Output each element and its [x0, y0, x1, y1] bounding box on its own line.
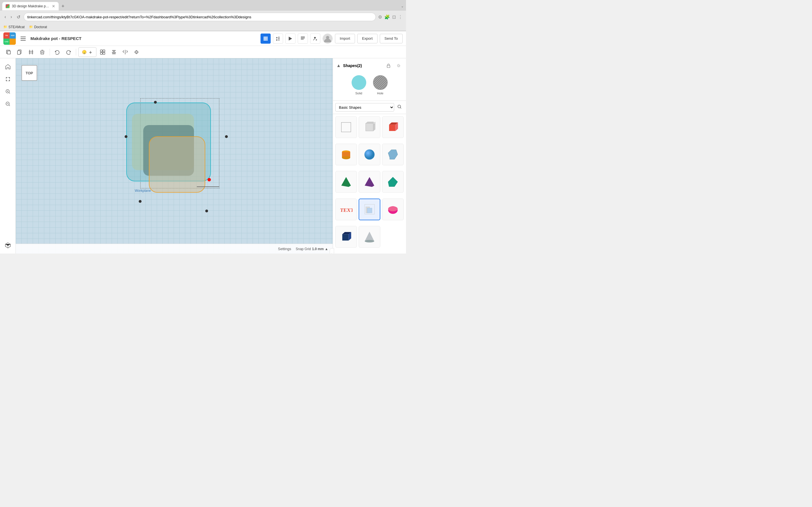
menu-line-1	[20, 37, 26, 37]
shape-box-stripes[interactable]	[335, 116, 357, 138]
shapes-lock-button[interactable]	[385, 62, 393, 69]
snap-tool[interactable]	[132, 47, 142, 57]
toolbar-separator-1	[50, 49, 50, 55]
shape-pyramid-purple[interactable]	[359, 171, 380, 193]
back-button[interactable]: ‹	[3, 13, 7, 20]
svg-rect-21	[100, 50, 102, 52]
svg-rect-5	[266, 38, 267, 39]
zoom-out-button[interactable]	[3, 99, 13, 109]
shape-gallery-button[interactable]	[273, 34, 283, 44]
shape-box-gray[interactable]	[359, 116, 380, 138]
handle-right[interactable]	[225, 135, 228, 138]
cut-tool[interactable]	[26, 47, 36, 57]
shapes-count-title: Shapes(2)	[343, 63, 382, 68]
shape-cube-red[interactable]	[382, 116, 404, 138]
shape-cylinder-orange[interactable]	[335, 144, 357, 165]
reload-button[interactable]: ↺	[15, 13, 21, 21]
shapes-light-button[interactable]	[395, 62, 403, 69]
import-button[interactable]: Import	[335, 34, 355, 43]
group-tool[interactable]	[98, 47, 108, 57]
svg-rect-10	[301, 38, 305, 38]
svg-rect-2	[266, 37, 267, 38]
user-profile[interactable]	[322, 34, 333, 44]
collapse-arrow[interactable]: ▲	[336, 63, 341, 68]
svg-rect-11	[301, 39, 304, 40]
fit-view-button[interactable]	[3, 74, 13, 84]
simulation-button[interactable]	[285, 34, 296, 44]
duplicate-tool[interactable]	[3, 47, 13, 57]
handle-bottom-right[interactable]	[205, 210, 208, 212]
forward-button[interactable]: ›	[9, 13, 13, 20]
bookmark-doctorat[interactable]: 📁 Doctorat	[29, 25, 47, 29]
profile-icon[interactable]: ⊡	[392, 14, 396, 20]
browser-menu-button[interactable]: ⋮	[398, 14, 403, 20]
snap-grid-expand[interactable]: ▲	[325, 247, 328, 251]
svg-point-50	[388, 206, 398, 211]
hole-option[interactable]: Hole	[373, 75, 388, 95]
active-tab[interactable]: 3D design Makdrake pot - RE... ✕	[2, 2, 59, 10]
shape-box-navy[interactable]	[335, 226, 357, 247]
shape-sphere-blue[interactable]	[359, 144, 380, 165]
canvas-area[interactable]: TOP	[16, 58, 333, 253]
svg-point-12	[314, 37, 316, 39]
shape-type-selector: Solid Hole	[336, 73, 403, 97]
menu-icon[interactable]	[19, 35, 27, 43]
smart-duplicate-button[interactable]: 💡	[79, 47, 96, 57]
handle-top[interactable]	[154, 101, 157, 104]
address-input[interactable]	[24, 13, 376, 21]
zoom-in-button[interactable]	[3, 87, 13, 97]
bookmark-steamcat[interactable]: 📁 STEAMcat	[3, 25, 24, 29]
snap-grid-control[interactable]: Snap Grid 1.0 mm ▲	[296, 247, 328, 251]
extension-icon-1[interactable]: ⚙	[378, 14, 382, 20]
svg-rect-22	[103, 50, 105, 52]
mirror-tool[interactable]	[120, 47, 130, 57]
handle-left[interactable]	[124, 135, 128, 138]
shape-prism-teal[interactable]	[382, 171, 404, 193]
shape-scene-thumbnail[interactable]	[359, 199, 380, 220]
redo-tool[interactable]	[63, 47, 73, 57]
shape-cone-gray[interactable]	[359, 226, 380, 247]
collab-button[interactable]	[298, 34, 308, 44]
svg-point-53	[365, 240, 374, 242]
copy-tool[interactable]	[15, 47, 25, 57]
shapes-library-grid: TEXT	[333, 114, 406, 253]
view-3d-button[interactable]	[260, 34, 271, 44]
new-tab-button[interactable]: +	[60, 3, 66, 9]
toolbar: 💡	[0, 46, 406, 58]
library-header: Basic ShapesLettersMathText	[333, 101, 406, 114]
canvas-grid: TOP	[16, 58, 333, 253]
view-cube-button[interactable]	[3, 240, 13, 250]
panel-collapse-handle[interactable]: ›	[329, 248, 334, 253]
selected-center-dot	[207, 178, 211, 181]
svg-rect-9	[301, 37, 305, 37]
home-view-button[interactable]	[3, 62, 13, 72]
shapes-container[interactable]: Workplane	[121, 97, 228, 215]
settings-button[interactable]: Settings	[278, 247, 291, 251]
tab-expand-button[interactable]: ⌄	[401, 4, 404, 8]
handle-bottom-left[interactable]	[139, 200, 142, 203]
shapes-selection-panel: ▲ Shapes(2) Solid	[333, 58, 406, 101]
send-to-button[interactable]: Send To	[380, 34, 403, 43]
shape-pyramid-green[interactable]	[335, 171, 357, 193]
extension-icon-2[interactable]: 🧩	[384, 14, 390, 20]
tab-bar: 3D design Makdrake pot - RE... ✕ + ⌄	[0, 0, 406, 11]
export-button[interactable]: Export	[357, 34, 377, 43]
tinkercad-logo[interactable]: TIN KER CAD	[3, 33, 16, 45]
delete-tool[interactable]	[37, 47, 47, 57]
solid-label: Solid	[355, 92, 362, 95]
user-add-button[interactable]	[310, 34, 320, 44]
svg-rect-48	[367, 208, 372, 213]
library-search-button[interactable]	[395, 103, 404, 112]
shape-overlay	[149, 136, 205, 193]
solid-option[interactable]: Solid	[352, 75, 366, 95]
tab-close-button[interactable]: ✕	[52, 4, 55, 8]
align-tool[interactable]	[109, 47, 119, 57]
shape-gem-pink[interactable]	[382, 199, 404, 220]
undo-tool[interactable]	[52, 47, 62, 57]
svg-point-38	[342, 156, 350, 159]
shape-text-3d[interactable]: TEXT	[335, 199, 357, 220]
svg-rect-51	[342, 234, 349, 240]
shape-complex-blue[interactable]	[382, 144, 404, 165]
shapes-info-panel: ▲ Shapes(2) Solid	[333, 58, 406, 253]
shapes-category-select[interactable]: Basic ShapesLettersMathText	[335, 103, 394, 112]
